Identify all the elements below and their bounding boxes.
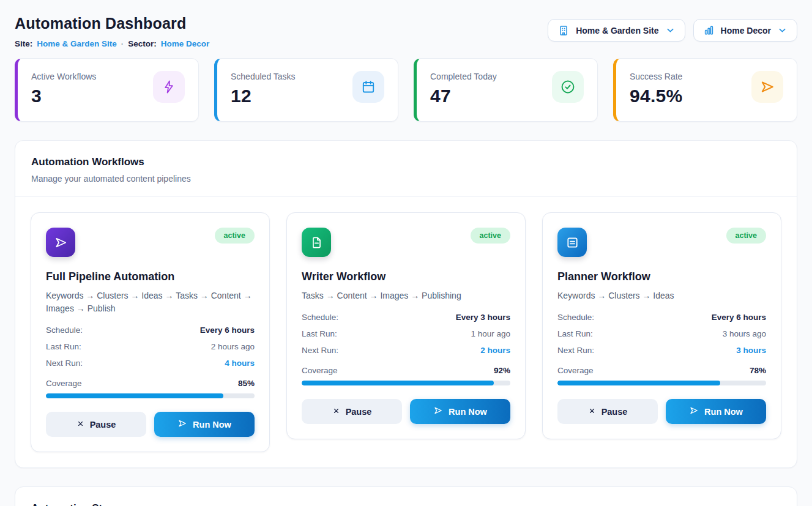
send-icon — [46, 228, 75, 257]
next-run-label: Next Run: — [557, 346, 594, 355]
last-run-value: 1 hour ago — [471, 329, 510, 338]
workflow-title: Full Pipeline Automation — [46, 270, 255, 283]
site-selector-label: Home & Garden Site — [576, 26, 658, 35]
site-link[interactable]: Home & Garden Site — [37, 39, 117, 48]
pause-button-label: Pause — [602, 407, 628, 417]
x-icon — [76, 420, 84, 430]
next-run-value: 3 hours — [736, 346, 766, 355]
next-run-label: Next Run: — [302, 346, 338, 355]
workflows-section-header: Automation Workflows Manage your automat… — [15, 141, 797, 197]
status-badge: active — [471, 228, 510, 244]
schedule-value: Every 3 hours — [456, 313, 510, 322]
send-icon — [177, 419, 187, 430]
page-title: Automation Dashboard — [15, 15, 209, 32]
pause-button[interactable]: Pause — [302, 399, 402, 424]
page-header: Automation Dashboard Site: Home & Garden… — [15, 15, 797, 48]
workflow-meta: Schedule:Every 6 hours Last Run:3 hours … — [557, 313, 766, 355]
coverage-label: Coverage — [557, 366, 594, 375]
run-now-button[interactable]: Run Now — [154, 412, 255, 437]
workflow-title: Writer Workflow — [302, 270, 510, 283]
pause-button[interactable]: Pause — [46, 412, 146, 437]
coverage-label: Coverage — [46, 379, 82, 388]
last-run-label: Last Run: — [557, 329, 593, 338]
next-run-label: Next Run: — [46, 359, 83, 368]
workflow-description: Keywords → Clusters → Ideas — [557, 289, 766, 302]
run-now-button-label: Run Now — [704, 407, 743, 417]
stat-card-success-rate: Success Rate 94.5% — [613, 58, 797, 122]
coverage-block: Coverage 85% — [46, 379, 255, 398]
send-icon — [689, 406, 699, 417]
automation-dashboard-page: Automation Dashboard Site: Home & Garden… — [0, 0, 812, 506]
calendar-icon — [352, 71, 384, 103]
coverage-label: Coverage — [302, 366, 338, 375]
workflow-meta: Schedule:Every 6 hours Last Run:2 hours … — [46, 326, 255, 368]
bar-chart-icon — [703, 24, 715, 36]
schedule-label: Schedule: — [557, 313, 594, 322]
schedule-label: Schedule: — [46, 326, 83, 335]
workflows-section-subtitle: Manage your automated content pipelines — [31, 174, 781, 184]
workflow-description: Tasks → Content → Images → Publishing — [302, 289, 510, 302]
x-icon — [332, 407, 340, 417]
header-left: Automation Dashboard Site: Home & Garden… — [15, 15, 209, 48]
next-run-value: 2 hours — [480, 346, 510, 355]
workflow-card-planner: active Planner Workflow Keywords → Clust… — [542, 212, 781, 439]
workflow-description: Keywords → Clusters → Ideas → Tasks → Co… — [46, 289, 255, 315]
status-badge: active — [215, 228, 255, 244]
sector-selector-label: Home Decor — [721, 26, 771, 35]
sector-selector-dropdown[interactable]: Home Decor — [693, 19, 797, 42]
coverage-progress-track — [557, 381, 766, 385]
stat-card-active-workflows: Active Workflows 3 — [15, 58, 199, 122]
file-text-icon — [302, 228, 331, 257]
pause-button-label: Pause — [346, 407, 372, 417]
site-selector-dropdown[interactable]: Home & Garden Site — [548, 19, 685, 42]
coverage-value: 85% — [238, 379, 255, 388]
status-badge: active — [726, 228, 766, 244]
coverage-progress-track — [302, 381, 510, 385]
workflow-card-top: active — [46, 228, 255, 257]
coverage-value: 78% — [750, 366, 766, 375]
next-run-value: 4 hours — [225, 359, 255, 368]
workflow-card-top: active — [302, 228, 510, 257]
steps-section-title: Automation Steps — [31, 502, 781, 506]
stat-card-completed-today: Completed Today 47 — [414, 58, 598, 122]
lightning-icon — [153, 71, 185, 103]
x-icon — [588, 407, 596, 417]
coverage-progress-fill — [302, 381, 494, 385]
last-run-label: Last Run: — [46, 342, 81, 351]
coverage-progress-fill — [557, 381, 720, 385]
sector-link[interactable]: Home Decor — [161, 39, 210, 48]
coverage-block: Coverage 78% — [557, 366, 766, 385]
sector-label: Sector: — [128, 39, 157, 48]
run-now-button-label: Run Now — [449, 407, 487, 417]
run-now-button[interactable]: Run Now — [410, 399, 510, 424]
workflow-actions: Pause Run Now — [302, 399, 510, 424]
workflows-section-title: Automation Workflows — [31, 156, 781, 168]
schedule-value: Every 6 hours — [712, 313, 766, 322]
building-icon — [557, 24, 570, 37]
workflow-card-writer: active Writer Workflow Tasks → Content →… — [286, 212, 526, 439]
check-circle-icon — [552, 71, 584, 103]
list-icon — [557, 228, 587, 257]
pause-button[interactable]: Pause — [557, 399, 658, 424]
chevron-down-icon — [777, 25, 788, 35]
workflow-cards-grid: active Full Pipeline Automation Keywords… — [15, 197, 797, 467]
run-now-button-label: Run Now — [193, 420, 231, 430]
coverage-value: 92% — [494, 366, 510, 375]
workflow-card-top: active — [557, 228, 766, 257]
steps-section-header: Automation Steps Configure which steps a… — [15, 487, 797, 506]
schedule-value: Every 6 hours — [200, 326, 255, 335]
stat-card-scheduled-tasks: Scheduled Tasks 12 — [214, 58, 398, 122]
workflow-actions: Pause Run Now — [46, 412, 255, 437]
automation-workflows-section: Automation Workflows Manage your automat… — [15, 140, 797, 468]
workflow-card-full-pipeline: active Full Pipeline Automation Keywords… — [31, 212, 270, 452]
site-label: Site: — [15, 39, 32, 48]
workflow-actions: Pause Run Now — [557, 399, 766, 424]
site-sector-line: Site: Home & Garden Site · Sector: Home … — [15, 39, 209, 48]
send-icon — [751, 71, 783, 103]
last-run-value: 2 hours ago — [211, 342, 255, 351]
coverage-progress-track — [46, 393, 255, 398]
dot-separator: · — [121, 39, 124, 48]
send-icon — [433, 406, 443, 417]
stats-row: Active Workflows 3 Scheduled Tasks 12 Co… — [15, 58, 797, 122]
run-now-button[interactable]: Run Now — [666, 399, 766, 424]
